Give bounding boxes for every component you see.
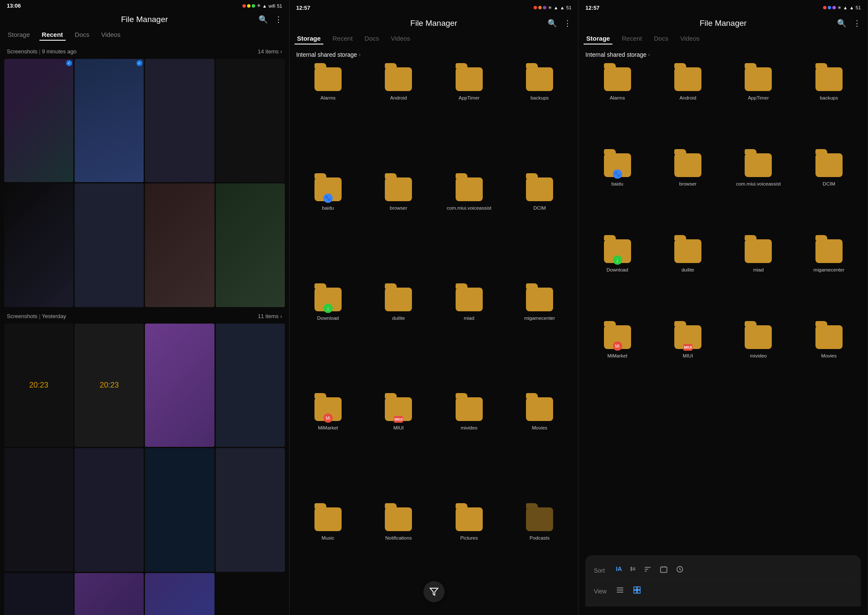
folder-baidu-3[interactable]: 🐾 baidu (584, 151, 651, 233)
folder-dcim-2[interactable]: DCIM (506, 175, 573, 282)
folder-migamecenter-3[interactable]: migamecent​er (796, 237, 862, 319)
folder-icon-dcim-2 (525, 175, 554, 204)
folder-dcim-3[interactable]: DCIM (796, 151, 862, 233)
thumb-1[interactable]: ✓ (4, 59, 73, 182)
panel-divider (594, 580, 852, 581)
folder-icon-mimarket-3: Mi (603, 323, 632, 352)
tab-storage-1[interactable]: Storage (5, 29, 33, 41)
search-icon-3[interactable]: 🔍 (837, 19, 846, 28)
folder-notifications-2[interactable]: Notifications (365, 505, 432, 612)
thumb-13[interactable] (4, 448, 73, 571)
folder-mimarket-2[interactable]: Mi MiMarket (295, 395, 362, 501)
thumb-18[interactable] (75, 573, 144, 615)
time-3: 12:57 (585, 5, 599, 11)
thumb-19[interactable] (145, 573, 214, 615)
tab-docs-3[interactable]: Docs (651, 33, 671, 44)
folder-mimarket-3[interactable]: Mi MiMarket (584, 323, 651, 405)
folder-mivideo-2[interactable]: mivideo (436, 395, 503, 501)
folder-android-2[interactable]: Android (365, 65, 432, 172)
folder-alarms-2[interactable]: Alarms (295, 65, 362, 172)
folder-music-2[interactable]: Music (295, 505, 362, 612)
folder-baidu-2[interactable]: 🐾 baidu (295, 175, 362, 282)
tab-recent-2[interactable]: Recent (330, 33, 356, 44)
folder-apptimer-2[interactable]: AppTimer (436, 65, 503, 172)
sort-alpha-icon[interactable]: IA (616, 565, 622, 575)
thumb-7[interactable] (145, 183, 214, 307)
thumb-3[interactable] (145, 59, 214, 182)
folder-miui-2[interactable]: MIUI MIUI (365, 395, 432, 501)
breadcrumb-2[interactable]: Internal shared storage › (289, 48, 579, 61)
folder-browser-2[interactable]: browser (365, 175, 432, 282)
folder-name-download-2: Download (317, 316, 339, 321)
more-icon-3[interactable]: ⋮ (853, 19, 861, 28)
folder-duilite-2[interactable]: duilite (365, 285, 432, 392)
sort-date-icon[interactable] (660, 565, 668, 575)
folder-duilite-3[interactable]: duilite (654, 237, 721, 319)
tab-storage-3[interactable]: Storage (584, 33, 612, 44)
folder-body-android-2 (385, 67, 412, 91)
thumb-12[interactable] (216, 324, 285, 447)
folder-android-3[interactable]: Android (654, 65, 721, 147)
folder-backups-2[interactable]: backups (506, 65, 573, 172)
tab-docs-1[interactable]: Docs (72, 29, 92, 41)
view-list-icon[interactable] (616, 586, 624, 596)
svg-rect-11 (634, 587, 637, 590)
view-grid-icon[interactable] (633, 586, 641, 596)
thumb-17[interactable] (4, 573, 73, 615)
thumb-6[interactable] (75, 183, 144, 307)
sort-size-icon[interactable] (644, 565, 651, 575)
tab-videos-3[interactable]: Videos (678, 33, 702, 44)
tab-recent-3[interactable]: Recent (619, 33, 645, 44)
folder-migamecenter-2[interactable]: migamecent​er (506, 285, 573, 392)
folder-miad-2[interactable]: miad (436, 285, 503, 392)
section-count-s2[interactable]: 11 items › (258, 313, 282, 319)
dot-p3 (832, 6, 836, 9)
folder-movies-2[interactable]: Movies (506, 395, 573, 501)
folder-name-notifications-2: Notifications (385, 535, 412, 541)
folder-miui-voice-2[interactable]: com.miui.voi​ceassist (436, 175, 503, 282)
thumb-2[interactable]: ✓ (75, 59, 144, 182)
fab-filter-2[interactable] (423, 581, 445, 602)
folder-podcasts-2[interactable]: Podcasts (506, 505, 573, 612)
sort-type-icon[interactable]: I≡ (630, 565, 635, 575)
search-icon-1[interactable]: 🔍 (259, 15, 268, 24)
thumb-4[interactable] (216, 59, 285, 182)
sort-time-icon[interactable] (676, 565, 684, 575)
folder-miad-3[interactable]: miad (725, 237, 792, 319)
folder-voice-3[interactable]: com.miui.voi​ceassist (725, 151, 792, 233)
thumb-5[interactable] (4, 183, 73, 307)
thumb-8[interactable] (216, 183, 285, 307)
app-title-1: File Manager (121, 15, 168, 24)
folder-icon-baidu-2: 🐾 (314, 175, 342, 204)
folder-alarms-3[interactable]: Alarms (584, 65, 651, 147)
folder-miui-3[interactable]: MIUI MIUI (654, 323, 721, 405)
folder-backups-3[interactable]: backups (796, 65, 862, 147)
folder-download-2[interactable]: ↓ Download (295, 285, 362, 392)
folder-apptimer-3[interactable]: AppTimer (725, 65, 792, 147)
view-row: View (594, 582, 852, 600)
tab-videos-1[interactable]: Videos (99, 29, 123, 41)
thumb-14[interactable] (75, 448, 144, 571)
more-icon-2[interactable]: ⋮ (564, 19, 571, 28)
tab-storage-2[interactable]: Storage (295, 33, 323, 44)
wifi-icon-1: wifi (269, 3, 275, 8)
tab-recent-1[interactable]: Recent (39, 29, 66, 41)
thumb-15[interactable] (145, 448, 214, 571)
thumb-10[interactable]: 20:23 (75, 324, 144, 447)
tab-docs-2[interactable]: Docs (362, 33, 381, 44)
more-icon-1[interactable]: ⋮ (275, 15, 282, 24)
thumb-16[interactable] (216, 448, 285, 571)
thumb-9[interactable]: 20:23 (4, 324, 73, 447)
section-count-s1[interactable]: 14 items › (258, 48, 282, 55)
breadcrumb-3[interactable]: Internal shared storage › (579, 48, 868, 61)
folder-movies-3[interactable]: Movies (796, 323, 862, 405)
folder-mivideo-3[interactable]: mivideo (725, 323, 792, 405)
section-header-screenshots-2: Screenshots | Yesterday 11 items › (0, 309, 289, 322)
tab-videos-2[interactable]: Videos (388, 33, 413, 44)
status-bar-1: 13:06 ✳ ▲ wifi 51 (0, 0, 289, 11)
folder-browser-3[interactable]: browser (654, 151, 721, 233)
folder-download-3[interactable]: ↓ Download (584, 237, 651, 319)
search-icon-2[interactable]: 🔍 (548, 19, 557, 28)
thumb-11[interactable] (145, 324, 214, 447)
folder-pictures-2[interactable]: Pictures (436, 505, 503, 612)
